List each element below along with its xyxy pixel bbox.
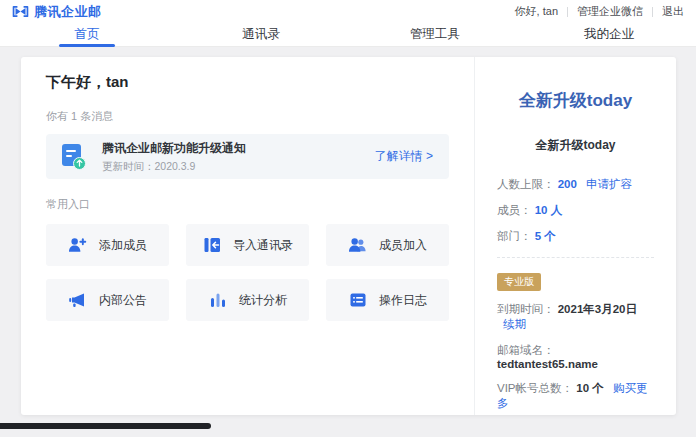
announcement-icon [68, 291, 87, 309]
member-limit-value: 200 [558, 178, 577, 190]
vip-count-label: VIP帐号总数： [497, 382, 573, 394]
quick-entries-title: 常用入口 [46, 197, 449, 212]
plan-info: 到期时间： 2021年3月20日 续期 邮箱域名： tedtantest65.n… [497, 302, 654, 411]
member-join-button[interactable]: 成员加入 [326, 224, 449, 266]
member-limit-row: 人数上限： 200 申请扩容 [497, 177, 654, 192]
sidebar-panel: 全新升级today 全新升级today 人数上限： 200 申请扩容 成员： 1… [474, 57, 676, 415]
member-count-value[interactable]: 10 人 [535, 204, 563, 216]
vip-count-value: 10 个 [576, 382, 604, 394]
quick-entry-label: 操作日志 [379, 292, 427, 309]
member-limit-label: 人数上限： [497, 178, 555, 190]
divider [652, 7, 653, 17]
content-card: 下午好，tan 你有 1 条消息 腾讯企业邮新功能升级通知 更新时间：2020 [21, 57, 676, 415]
quick-entry-label: 成员加入 [379, 237, 427, 254]
notification-text: 腾讯企业邮新功能升级通知 更新时间：2020.3.9 [102, 140, 246, 174]
org-stats: 人数上限： 200 申请扩容 成员： 10 人 部门： 5 个 [497, 177, 654, 244]
expiry-label: 到期时间： [497, 303, 555, 315]
notification-title: 腾讯企业邮新功能升级通知 [102, 140, 246, 157]
exmail-logo[interactable]: 腾讯企业邮 [12, 3, 102, 21]
exmail-logo-icon [12, 5, 29, 18]
tab-home[interactable]: 首页 [0, 23, 174, 46]
quick-entry-label: 统计分析 [239, 292, 287, 309]
expand-capacity-link[interactable]: 申请扩容 [586, 178, 632, 190]
renew-link[interactable]: 续期 [503, 318, 526, 330]
header: 腾讯企业邮 你好, tan 管理企业微信 退出 首页 通讯录 管理工具 我的企业 [0, 0, 696, 47]
page-body: 下午好，tan 你有 1 条消息 腾讯企业邮新功能升级通知 更新时间：2020 [0, 47, 696, 436]
top-links: 你好, tan 管理企业微信 退出 [515, 4, 684, 19]
domain-row: 邮箱域名： tedtantest65.name [497, 343, 654, 370]
operation-log-icon [348, 291, 367, 309]
expiry-row: 到期时间： 2021年3月20日 续期 [497, 302, 654, 332]
messages-hint: 你有 1 条消息 [46, 109, 449, 124]
import-contacts-button[interactable]: 导入通讯录 [186, 224, 309, 266]
member-count-label: 成员： [497, 204, 532, 216]
logo-text: 腾讯企业邮 [34, 3, 102, 21]
quick-entry-label: 导入通讯录 [233, 237, 293, 254]
domain-label: 邮箱域名： [497, 344, 555, 356]
logout-link[interactable]: 退出 [662, 4, 684, 19]
plan-badge: 专业版 [497, 273, 541, 291]
divider [567, 7, 568, 17]
upgrade-banner-subtitle: 全新升级today [497, 137, 654, 154]
upgrade-document-icon [62, 144, 86, 170]
operation-log-button[interactable]: 操作日志 [326, 279, 449, 321]
page-greeting: 下午好，tan [46, 73, 449, 92]
main-nav: 首页 通讯录 管理工具 我的企业 [0, 23, 696, 47]
expiry-value: 2021年3月20日 [558, 303, 637, 315]
learn-more-link[interactable]: 了解详情 > [375, 148, 433, 165]
member-count-row: 成员： 10 人 [497, 203, 654, 218]
quick-entry-label: 内部公告 [99, 292, 147, 309]
divider [497, 257, 654, 258]
user-greeting: 你好, tan [515, 4, 558, 19]
bottom-dock-bar [0, 423, 211, 429]
vip-count-row: VIP帐号总数： 10 个 购买更多 [497, 381, 654, 411]
manage-wecom-link[interactable]: 管理企业微信 [577, 4, 643, 19]
topbar: 腾讯企业邮 你好, tan 管理企业微信 退出 [0, 0, 696, 23]
department-count-row: 部门： 5 个 [497, 229, 654, 244]
exmail-admin-home: 腾讯企业邮 你好, tan 管理企业微信 退出 首页 通讯录 管理工具 我的企业… [0, 0, 696, 436]
department-count-label: 部门： [497, 230, 532, 242]
tab-admin-tools[interactable]: 管理工具 [348, 23, 522, 46]
upgrade-notification[interactable]: 腾讯企业邮新功能升级通知 更新时间：2020.3.9 了解详情 > [46, 134, 449, 179]
domain-value: tedtantest65.name [497, 358, 598, 370]
quick-entry-label: 添加成员 [99, 237, 147, 254]
statistics-button[interactable]: 统计分析 [186, 279, 309, 321]
main-panel: 下午好，tan 你有 1 条消息 腾讯企业邮新功能升级通知 更新时间：2020 [21, 57, 474, 415]
upload-arrow-icon [73, 157, 86, 170]
statistics-icon [208, 291, 227, 309]
notification-updated: 更新时间：2020.3.9 [102, 160, 246, 174]
tab-contacts[interactable]: 通讯录 [174, 23, 348, 46]
upgrade-banner-title: 全新升级today [497, 89, 654, 112]
department-count-value[interactable]: 5 个 [535, 230, 556, 242]
add-member-button[interactable]: 添加成员 [46, 224, 169, 266]
tab-my-company[interactable]: 我的企业 [522, 23, 696, 46]
quick-entries-grid: 添加成员 导入通讯录 [46, 224, 449, 321]
add-member-icon [68, 236, 87, 254]
import-contacts-icon [202, 236, 221, 254]
announcement-button[interactable]: 内部公告 [46, 279, 169, 321]
member-join-icon [348, 236, 367, 254]
